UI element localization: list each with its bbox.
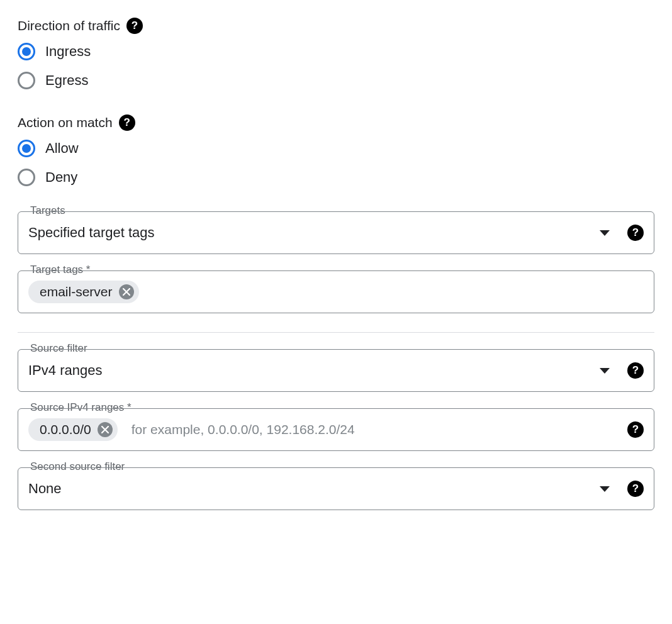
action-radio-deny[interactable]: Deny (18, 169, 654, 186)
target-tags-input[interactable]: email-server (18, 270, 654, 313)
chip-text: email-server (40, 284, 113, 299)
source-filter-select[interactable]: IPv4 ranges ? (18, 349, 654, 392)
targets-select[interactable]: Specified target tags ? (18, 211, 654, 254)
radio-label: Egress (45, 72, 88, 89)
help-icon[interactable]: ? (119, 114, 135, 131)
radio-label: Deny (45, 169, 77, 186)
source-filter-value: IPv4 ranges (28, 362, 600, 379)
action-section-label: Action on match ? (18, 114, 654, 131)
divider (18, 332, 654, 333)
direction-radio-group: Ingress Egress (18, 43, 654, 89)
direction-radio-egress[interactable]: Egress (18, 72, 654, 89)
direction-radio-ingress[interactable]: Ingress (18, 43, 654, 60)
radio-icon (18, 140, 35, 157)
targets-field: Targets Specified target tags ? (18, 211, 654, 254)
target-tags-field: Target tags * email-server (18, 270, 654, 313)
source-ipv4-field: Source IPv4 ranges * 0.0.0.0/0 for examp… (18, 408, 654, 451)
source-filter-field: Source filter IPv4 ranges ? (18, 349, 654, 392)
second-source-filter-value: None (28, 481, 600, 497)
radio-label: Allow (45, 140, 79, 157)
help-icon[interactable]: ? (627, 362, 644, 379)
direction-section-label: Direction of traffic ? (18, 18, 654, 34)
source-ipv4-input[interactable]: 0.0.0.0/0 for example, 0.0.0.0/0, 192.16… (18, 408, 654, 451)
chevron-down-icon[interactable] (600, 486, 610, 492)
help-icon[interactable]: ? (627, 225, 644, 241)
help-icon[interactable]: ? (627, 421, 644, 438)
target-tag-chip: email-server (28, 281, 139, 303)
chevron-down-icon[interactable] (600, 368, 610, 374)
help-icon[interactable]: ? (627, 481, 644, 497)
second-source-filter-field: Second source filter None ? (18, 467, 654, 510)
radio-icon (18, 169, 35, 186)
source-ipv4-chip: 0.0.0.0/0 (28, 418, 118, 441)
direction-label-text: Direction of traffic (18, 18, 120, 33)
targets-value: Specified target tags (28, 225, 600, 241)
chip-text: 0.0.0.0/0 (40, 422, 91, 437)
radio-icon (18, 43, 35, 60)
action-radio-group: Allow Deny (18, 140, 654, 186)
help-icon[interactable]: ? (126, 18, 143, 34)
second-source-filter-select[interactable]: None ? (18, 467, 654, 510)
action-label-text: Action on match (18, 115, 113, 130)
action-radio-allow[interactable]: Allow (18, 140, 654, 157)
close-icon[interactable] (119, 284, 134, 299)
chevron-down-icon[interactable] (600, 230, 610, 236)
close-icon[interactable] (98, 422, 113, 437)
radio-icon (18, 72, 35, 89)
source-ipv4-placeholder: for example, 0.0.0.0/0, 192.168.2.0/24 (132, 422, 355, 437)
radio-label: Ingress (45, 43, 91, 60)
